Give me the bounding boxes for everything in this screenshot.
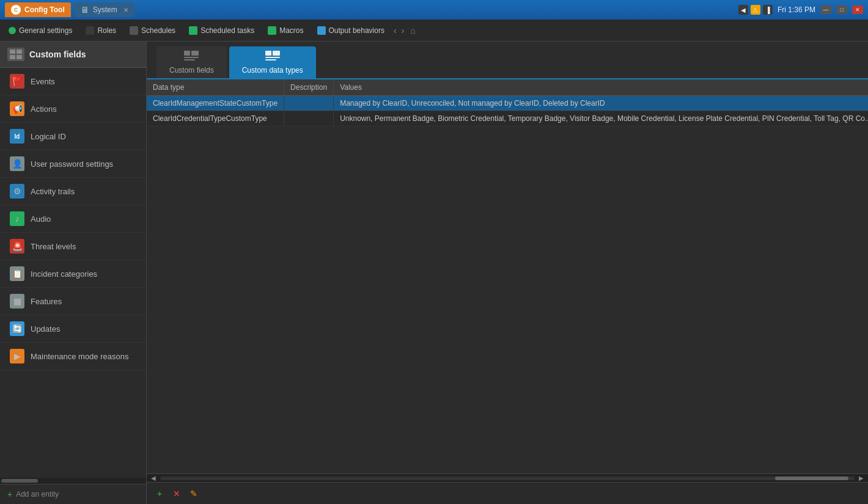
nav-back-arrow[interactable]: ‹ [392, 26, 399, 35]
threat-levels-icon: 🚨 [10, 239, 24, 254]
user-password-icon: 👤 [10, 156, 24, 171]
sidebar-header-icon [7, 48, 24, 61]
nav-bar: General settings Roles Schedules Schedul… [0, 20, 868, 42]
sidebar-item-activity-trails[interactable]: ⚙ Activity trails [0, 178, 146, 205]
app-tab[interactable]: C Config Tool [5, 2, 71, 17]
content-area: Custom fields Custom data types Data typ… [147, 42, 868, 504]
cell-data-type: ClearIdCredentialTypeCustomType [147, 111, 284, 126]
incident-categories-icon: 📋 [10, 266, 24, 281]
sidebar-item-user-password[interactable]: 👤 User password settings [0, 150, 146, 178]
scheduled-tasks-icon [189, 26, 197, 35]
svg-rect-8 [265, 51, 271, 56]
h-scroll-track[interactable] [160, 477, 855, 480]
main-layout: Custom fields 🚩 Events 📢 Actions Id Logi… [0, 42, 868, 504]
macros-icon [268, 26, 276, 35]
sidebar-item-updates[interactable]: 🔄 Updates [0, 315, 146, 343]
sidebar-item-audio[interactable]: ♪ Audio [0, 205, 146, 233]
audio-icon: ♪ [10, 211, 24, 226]
add-row-button[interactable]: + [152, 486, 167, 502]
h-scroll-right-arrow[interactable]: ▶ [857, 475, 866, 481]
close-button[interactable]: ✕ [852, 5, 863, 14]
events-icon: 🚩 [10, 74, 24, 89]
bottom-toolbar: + ✕ ✎ [147, 482, 868, 504]
tray-icon-warning: ⚠ [751, 5, 760, 15]
svg-rect-1 [17, 49, 22, 54]
maximize-button[interactable]: □ [836, 5, 847, 14]
col-values: Values [334, 79, 868, 96]
maintenance-mode-icon: ▶ [10, 349, 24, 363]
tab-custom-data-types[interactable]: Custom data types [229, 46, 316, 78]
system-time: Fri 1:36 PM [778, 5, 815, 14]
h-scroll-left-arrow[interactable]: ◀ [149, 475, 158, 481]
nav-schedules-label: Schedules [141, 26, 175, 35]
tab-custom-fields-label: Custom fields [169, 66, 214, 75]
sidebar-item-threat-levels[interactable]: 🚨 Threat levels [0, 233, 146, 260]
activity-trails-icon: ⚙ [10, 184, 24, 199]
sidebar: Custom fields 🚩 Events 📢 Actions Id Logi… [0, 42, 147, 504]
sidebar-item-audio-label: Audio [31, 214, 51, 224]
nav-roles[interactable]: Roles [79, 24, 122, 37]
cell-description [284, 111, 334, 126]
system-tray: ◀ ⚠ ▐ [738, 5, 773, 15]
sidebar-item-user-password-label: User password settings [31, 159, 113, 169]
col-description: Description [284, 79, 334, 96]
tray-icon-3: ▐ [763, 5, 773, 15]
system-tab-label: System [93, 5, 117, 14]
cell-data-type: ClearIdManagementStateCustomType [147, 96, 284, 111]
minimize-button[interactable]: — [820, 5, 831, 14]
nav-macros[interactable]: Macros [262, 24, 309, 37]
sidebar-item-actions-label: Actions [31, 104, 57, 114]
data-table-wrapper[interactable]: Data type Description Values ClearIdMana… [147, 78, 868, 473]
title-bar: C Config Tool 🖥 System ✕ ◀ ⚠ ▐ Fri 1:36 … [0, 0, 868, 20]
sidebar-h-scrollbar[interactable] [0, 478, 146, 484]
cell-values: Unknown, Permanent Badge, Biometric Cred… [334, 111, 868, 126]
tab-custom-fields[interactable]: Custom fields [156, 46, 227, 78]
add-entity-label: Add an entity [16, 490, 59, 499]
sidebar-header: Custom fields [0, 42, 146, 68]
nav-scheduled-tasks[interactable]: Scheduled tasks [183, 24, 260, 37]
nav-roles-label: Roles [97, 26, 116, 35]
nav-home-button[interactable]: ⌂ [407, 26, 418, 35]
sidebar-item-incident-categories[interactable]: 📋 Incident categories [0, 260, 146, 288]
sidebar-item-events-label: Events [31, 77, 55, 86]
edit-row-button[interactable]: ✎ [186, 486, 202, 502]
table-header-row: Data type Description Values [147, 79, 868, 96]
nav-scheduled-tasks-label: Scheduled tasks [200, 26, 254, 35]
cell-values: Managed by ClearID, Unreconciled, Not ma… [334, 96, 868, 111]
schedules-icon [130, 26, 138, 35]
nav-general-settings[interactable]: General settings [2, 24, 78, 37]
svg-rect-6 [184, 57, 199, 58]
table-row[interactable]: ClearIdCredentialTypeCustomTypeUnknown, … [147, 111, 868, 126]
remove-row-button[interactable]: ✕ [169, 486, 185, 502]
sidebar-scroll[interactable]: 🚩 Events 📢 Actions Id Logical ID 👤 User … [0, 68, 146, 478]
sidebar-footer-add[interactable]: + Add an entity [0, 484, 146, 504]
title-bar-left: C Config Tool 🖥 System ✕ [5, 2, 134, 17]
nav-schedules[interactable]: Schedules [123, 24, 182, 37]
nav-general-settings-label: General settings [19, 26, 72, 35]
sidebar-item-events[interactable]: 🚩 Events [0, 68, 146, 95]
cell-description [284, 96, 334, 111]
table-row[interactable]: ClearIdManagementStateCustomTypeManaged … [147, 96, 868, 111]
system-tab[interactable]: 🖥 System ✕ [75, 2, 134, 17]
svg-rect-10 [265, 57, 280, 58]
sidebar-item-logical-id[interactable]: Id Logical ID [0, 123, 146, 150]
sidebar-item-maintenance-mode[interactable]: ▶ Maintenance mode reasons [0, 343, 146, 370]
updates-icon: 🔄 [10, 321, 24, 336]
roles-icon [86, 26, 94, 35]
sidebar-item-actions[interactable]: 📢 Actions [0, 95, 146, 123]
sidebar-item-logical-id-label: Logical ID [31, 132, 66, 141]
system-tab-close[interactable]: ✕ [123, 7, 128, 13]
sidebar-item-features[interactable]: ▦ Features [0, 288, 146, 315]
svg-rect-3 [17, 55, 22, 59]
svg-rect-11 [265, 59, 276, 60]
sidebar-item-threat-levels-label: Threat levels [31, 242, 76, 251]
table-h-scrollbar[interactable]: ◀ ▶ [147, 473, 868, 482]
nav-forward-arrow[interactable]: › [400, 26, 406, 35]
sidebar-h-scrollbar-thumb[interactable] [1, 479, 38, 483]
sidebar-item-updates-label: Updates [31, 324, 60, 334]
nav-output-behaviors[interactable]: Output behaviors [311, 24, 391, 37]
h-scroll-thumb[interactable] [775, 477, 848, 480]
actions-icon: 📢 [10, 101, 24, 116]
nav-output-behaviors-label: Output behaviors [329, 26, 384, 35]
app-tab-label: Config Tool [24, 5, 65, 14]
